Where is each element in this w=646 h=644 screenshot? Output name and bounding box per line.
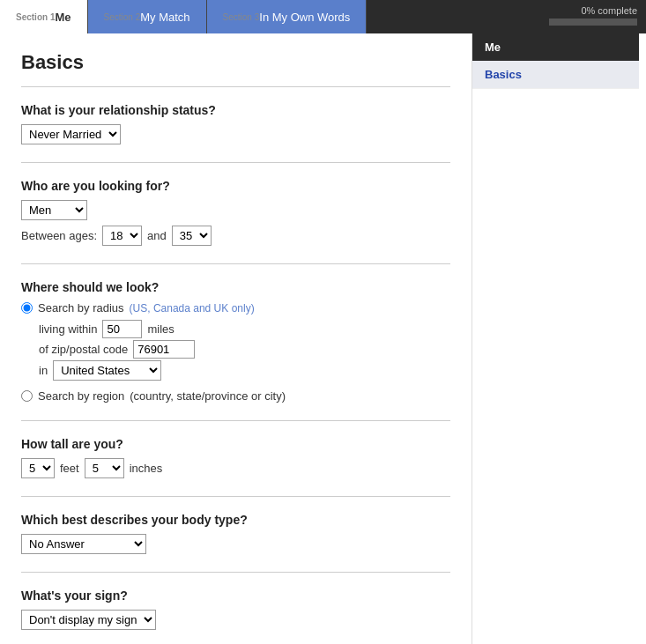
body-type-block: Which best describes your body type? No …	[21, 513, 450, 554]
inches-label: inches	[130, 462, 163, 475]
sign-block: What's your sign? Don't display my sign …	[21, 588, 450, 630]
divider-1	[21, 162, 450, 163]
living-within-row: living within miles	[39, 320, 450, 338]
body-type-select[interactable]: No Answer Slim / Slender Athletic / Fit …	[21, 534, 146, 554]
radius-option: Search by radius (US, Canada and UK only…	[21, 301, 450, 315]
divider-2	[21, 263, 450, 264]
height-label: How tall are you?	[21, 437, 450, 451]
tab-in-my-own-words-label: In My Own Words	[259, 11, 350, 24]
sign-select[interactable]: Don't display my sign Aries Taurus Gemin…	[21, 610, 156, 630]
country-select[interactable]: United States Canada United Kingdom	[53, 360, 161, 381]
location-label: Where should we look?	[21, 280, 450, 294]
between-ages-label: Between ages:	[21, 229, 97, 242]
tab-my-match-label: My Match	[140, 11, 189, 24]
section2-label: Section 2	[104, 12, 141, 22]
top-nav: Section 1 Me Section 2 My Match Section …	[0, 0, 646, 33]
location-block: Where should we look? Search by radius (…	[21, 280, 450, 403]
gender-select[interactable]: Men Women	[21, 200, 87, 220]
zip-input[interactable]	[133, 340, 195, 359]
zip-label: of zip/postal code	[39, 343, 128, 356]
sign-label: What's your sign?	[21, 588, 450, 603]
divider-5	[21, 572, 450, 573]
relationship-status-label: What is your relationship status?	[21, 103, 450, 117]
layout: Basics What is your relationship status?…	[0, 33, 646, 644]
and-label: and	[147, 229, 167, 242]
in-label: in	[39, 364, 48, 377]
height-block: How tall are you? 4 5 6 7 feet 01234 567…	[21, 437, 450, 478]
progress-bar-container	[549, 19, 637, 26]
region-label: Search by region	[38, 389, 124, 403]
feet-select[interactable]: 4 5 6 7	[21, 458, 55, 478]
radius-radio[interactable]	[21, 302, 33, 314]
radius-label: Search by radius	[38, 301, 124, 315]
progress-label: 0% complete	[581, 5, 637, 16]
miles-label: miles	[147, 322, 174, 336]
body-type-label: Which best describes your body type?	[21, 513, 450, 527]
age-max-select[interactable]: 1820253035 404550556099	[172, 226, 212, 246]
height-row: 4 5 6 7 feet 01234 56789 1011 inches	[21, 458, 450, 478]
feet-label: feet	[60, 462, 79, 475]
section1-label: Section 1	[16, 12, 55, 22]
looking-for-block: Who are you looking for? Men Women Betwe…	[21, 179, 450, 246]
region-option: Search by region (country, state/provinc…	[21, 389, 450, 403]
tab-my-match[interactable]: Section 2 My Match	[88, 0, 207, 33]
main-content: Basics What is your relationship status?…	[0, 33, 472, 644]
region-radio[interactable]	[21, 390, 33, 402]
zip-row: of zip/postal code	[39, 340, 450, 359]
tab-me[interactable]: Section 1 Me	[0, 0, 88, 33]
section3-label: Section 3	[223, 12, 260, 22]
inches-select[interactable]: 01234 56789 1011	[85, 458, 124, 478]
sidebar-header: Me	[472, 33, 639, 61]
relationship-status-block: What is your relationship status? Never …	[21, 103, 450, 144]
tab-in-my-own-words[interactable]: Section 3 In My Own Words	[207, 0, 368, 33]
age-min-select[interactable]: 1819202122 2324253035	[102, 226, 142, 246]
divider-3	[21, 420, 450, 421]
ages-row: Between ages: 1819202122 2324253035 and …	[21, 226, 450, 246]
divider-top	[21, 86, 450, 87]
sidebar: Me Basics	[472, 33, 639, 644]
divider-4	[21, 496, 450, 497]
miles-input[interactable]	[102, 320, 142, 338]
region-hint: (country, state/province or city)	[130, 389, 286, 403]
page-title: Basics	[21, 51, 450, 74]
relationship-status-select[interactable]: Never Married Divorced Separated Widowed	[21, 124, 121, 144]
living-within-label: living within	[39, 322, 97, 336]
radius-sub: living within miles of zip/postal code i…	[39, 320, 450, 381]
sidebar-item-basics[interactable]: Basics	[472, 61, 639, 89]
progress-area: 0% complete	[549, 5, 637, 26]
country-row: in United States Canada United Kingdom	[39, 360, 450, 381]
looking-for-label: Who are you looking for?	[21, 179, 450, 193]
radius-hint: (US, Canada and UK only)	[130, 302, 255, 315]
tab-me-label: Me	[55, 11, 71, 24]
